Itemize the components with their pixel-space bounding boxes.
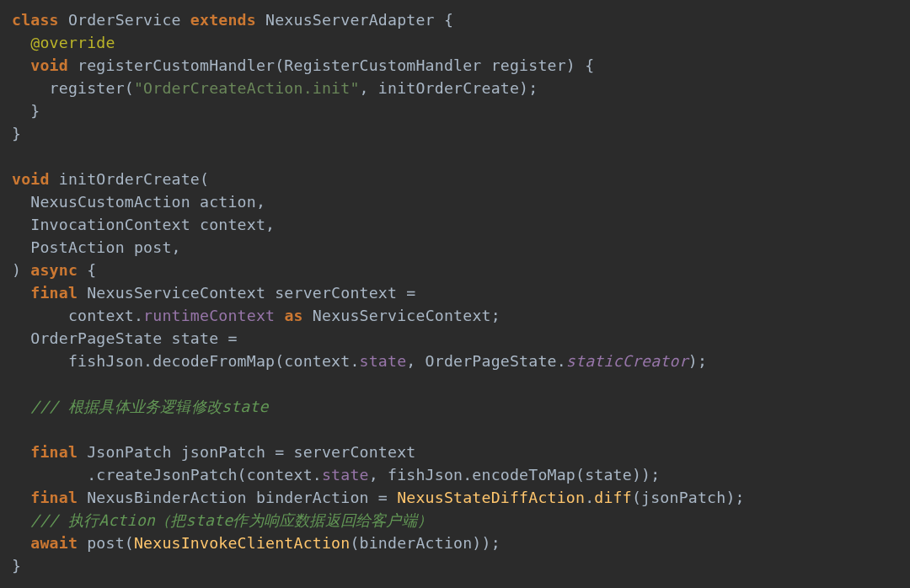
code-token: as (284, 307, 302, 324)
code-token: state (322, 466, 369, 484)
code-token: } (12, 557, 21, 575)
code-line: NexusCustomAction action, (12, 193, 265, 211)
code-token: .createJsonPatch(context. (12, 466, 322, 484)
code-line: fishJson.decodeFromMap(context.state, Or… (12, 352, 707, 370)
code-token: /// 根据具体业务逻辑修改state (30, 398, 268, 415)
code-line: InvocationContext context, (12, 216, 275, 233)
code-token (12, 534, 30, 552)
code-token: } (12, 125, 21, 142)
code-token (12, 284, 30, 302)
code-token: ); (688, 352, 707, 370)
code-token: } (12, 102, 40, 120)
code-token: /// 执行Action（把state作为响应数据返回给客户端） (30, 511, 432, 529)
code-token: NexusBinderAction binderAction = (78, 489, 397, 506)
code-token: register( (12, 79, 134, 97)
code-line: OrderPageState state = (12, 329, 238, 347)
code-token: NexusCustomAction action, (12, 193, 265, 211)
code-token: void (12, 170, 50, 188)
code-token: JsonPatch jsonPatch = serverContext (78, 443, 415, 461)
code-token: NexusServiceContext; (303, 307, 500, 324)
code-line: final NexusServiceContext serverContext … (12, 284, 415, 302)
code-token: post( (78, 534, 134, 552)
code-line: @override (12, 34, 115, 51)
code-token: . (585, 489, 594, 506)
code-line: await post(NexusInvokeClientAction(binde… (12, 534, 500, 552)
code-token: OrderPageState state = (12, 329, 238, 347)
code-token: NexusInvokeClientAction (134, 534, 350, 552)
code-token: void (30, 56, 68, 74)
code-token: ) (12, 261, 30, 279)
code-token: runtimeContext (143, 307, 275, 324)
code-token: { (78, 261, 96, 279)
code-block: class OrderService extends NexusServerAd… (0, 0, 910, 577)
code-token (12, 56, 30, 74)
code-line: void initOrderCreate( (12, 170, 209, 188)
code-token: NexusStateDiffAction (397, 489, 585, 506)
code-line: void registerCustomHandler(RegisterCusto… (12, 56, 594, 74)
code-token: InvocationContext context, (12, 216, 275, 233)
code-token: context. (12, 307, 143, 324)
code-token: async (30, 261, 78, 279)
code-token: diff (594, 489, 632, 506)
code-token: staticCreator (566, 352, 688, 370)
code-token: initOrderCreate( (50, 170, 210, 188)
code-token (275, 307, 284, 324)
code-line: } (12, 102, 40, 120)
code-token: , fishJson.encodeToMap(state)); (369, 466, 661, 484)
code-token: OrderService (59, 11, 190, 29)
code-line: .createJsonPatch(context.state, fishJson… (12, 466, 660, 484)
code-token: fishJson.decodeFromMap(context. (12, 352, 360, 370)
code-line: final JsonPatch jsonPatch = serverContex… (12, 443, 415, 461)
code-token (12, 511, 30, 529)
code-token: NexusServerAdapter { (256, 11, 453, 29)
code-token: final (30, 443, 78, 461)
code-token (12, 489, 30, 506)
code-token: "OrderCreateAction.init" (134, 79, 360, 97)
code-token: PostAction post, (12, 238, 181, 256)
code-line: final NexusBinderAction binderAction = N… (12, 489, 745, 506)
code-line: } (12, 557, 21, 575)
code-token: , OrderPageState. (406, 352, 566, 370)
code-token: class (12, 11, 59, 29)
code-token (12, 398, 30, 415)
code-line: ) async { (12, 261, 96, 279)
code-token (12, 443, 30, 461)
code-token: final (30, 489, 78, 506)
code-line: /// 根据具体业务逻辑修改state (12, 398, 269, 415)
code-token: state (360, 352, 407, 370)
code-line: context.runtimeContext as NexusServiceCo… (12, 307, 500, 324)
code-token: final (30, 284, 78, 302)
code-line: } (12, 125, 21, 142)
code-line: PostAction post, (12, 238, 181, 256)
code-line: class OrderService extends NexusServerAd… (12, 11, 453, 29)
code-token: NexusServiceContext serverContext = (78, 284, 415, 302)
code-line: /// 执行Action（把state作为响应数据返回给客户端） (12, 511, 432, 529)
code-token: extends (190, 11, 256, 29)
code-token (12, 34, 30, 51)
code-token: (jsonPatch); (632, 489, 745, 506)
code-token: (binderAction)); (350, 534, 500, 552)
code-token: @override (30, 34, 115, 51)
code-token: await (30, 534, 78, 552)
code-token: registerCustomHandler(RegisterCustomHand… (68, 56, 594, 74)
code-line: register("OrderCreateAction.init", initO… (12, 79, 538, 97)
code-token: , initOrderCreate); (360, 79, 538, 97)
